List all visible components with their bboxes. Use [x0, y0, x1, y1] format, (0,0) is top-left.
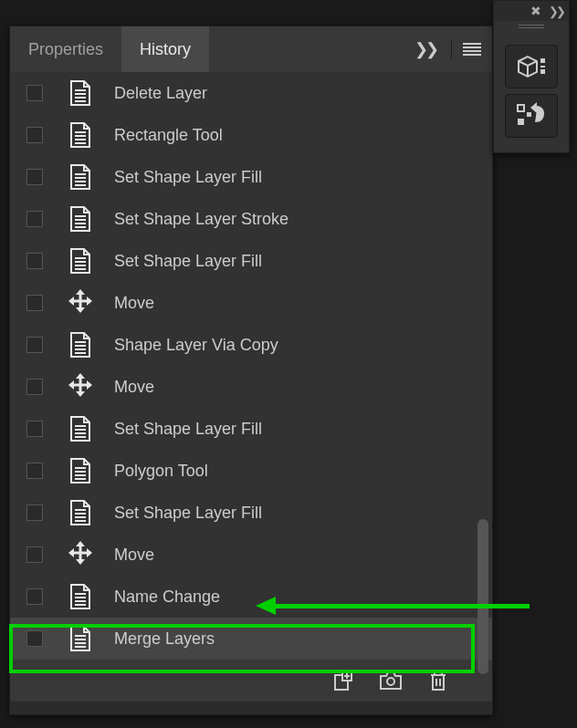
history-state-row[interactable]: Merge Layers	[10, 618, 492, 660]
history-state-label: Set Shape Layer Fill	[114, 252, 262, 271]
document-icon	[68, 583, 92, 610]
document-icon	[68, 247, 92, 275]
document-icon	[68, 121, 92, 149]
history-list: Delete LayerRectangle ToolSet Shape Laye…	[10, 72, 492, 660]
history-state-label: Set Shape Layer Stroke	[114, 210, 288, 229]
document-icon	[68, 499, 92, 526]
panel-menu-icon[interactable]	[463, 43, 481, 56]
history-state-checkbox[interactable]	[26, 421, 43, 437]
document-icon	[68, 457, 92, 484]
history-state-row[interactable]: Shape Layer Via Copy	[10, 324, 492, 366]
tab-history[interactable]: History	[121, 26, 209, 72]
move-icon	[68, 541, 92, 568]
history-state-label: Rectangle Tool	[114, 126, 223, 145]
move-icon	[68, 373, 92, 400]
history-undo-icon[interactable]	[505, 94, 558, 138]
panel-footer	[10, 660, 492, 702]
history-state-label: Merge Layers	[114, 629, 215, 649]
document-icon	[68, 205, 92, 233]
history-state-checkbox[interactable]	[26, 379, 43, 395]
svg-rect-10	[518, 105, 524, 111]
side-panel-grip[interactable]	[494, 21, 569, 34]
history-state-row[interactable]: Set Shape Layer Fill	[10, 240, 492, 282]
history-state-row[interactable]: Set Shape Layer Stroke	[10, 198, 492, 240]
history-state-checkbox[interactable]	[26, 463, 43, 479]
move-icon	[68, 289, 92, 317]
history-state-row[interactable]: Set Shape Layer Fill	[10, 156, 492, 198]
document-icon	[68, 79, 92, 107]
history-state-row[interactable]: Delete Layer	[10, 72, 492, 114]
history-state-checkbox[interactable]	[26, 85, 43, 101]
svg-rect-11	[518, 119, 524, 125]
history-state-row[interactable]: Rectangle Tool	[10, 114, 492, 156]
side-panel-header: ✖ ❯❯	[494, 1, 569, 21]
expand-panel-icon[interactable]: ❯❯	[549, 5, 563, 18]
tab-properties[interactable]: Properties	[10, 26, 121, 72]
history-panel: Properties History ❯❯ Delete LayerRectan…	[9, 26, 493, 715]
history-state-label: Name Change	[114, 588, 220, 607]
history-state-label: Set Shape Layer Fill	[114, 168, 262, 187]
document-icon	[68, 415, 92, 442]
history-state-checkbox[interactable]	[26, 337, 43, 353]
document-icon	[68, 331, 92, 359]
history-state-checkbox[interactable]	[26, 630, 43, 647]
svg-rect-7	[540, 58, 545, 63]
history-state-checkbox[interactable]	[26, 504, 43, 521]
svg-rect-12	[527, 112, 531, 117]
side-panel: ✖ ❯❯	[493, 0, 570, 153]
document-icon	[68, 625, 92, 652]
history-state-label: Set Shape Layer Fill	[114, 504, 262, 523]
history-state-label: Delete Layer	[114, 84, 207, 103]
3d-panel-icon[interactable]	[505, 45, 558, 88]
history-state-row[interactable]: Move	[10, 282, 492, 324]
svg-point-4	[387, 678, 394, 685]
history-state-label: Polygon Tool	[114, 462, 208, 481]
history-state-row[interactable]: Set Shape Layer Fill	[10, 492, 492, 534]
divider	[451, 39, 452, 59]
history-state-row[interactable]: Set Shape Layer Fill	[10, 408, 492, 450]
history-state-label: Move	[114, 546, 154, 565]
panel-resize-edge[interactable]	[10, 702, 492, 714]
history-state-label: Move	[114, 294, 154, 313]
collapse-panel-icon[interactable]: ❯❯	[411, 36, 440, 63]
close-panel-icon[interactable]: ✖	[530, 4, 541, 18]
history-state-row[interactable]: Move	[10, 534, 492, 576]
history-state-checkbox[interactable]	[26, 127, 43, 143]
document-icon	[68, 163, 92, 191]
history-state-checkbox[interactable]	[26, 295, 43, 311]
history-state-label: Set Shape Layer Fill	[114, 420, 262, 439]
history-state-row[interactable]: Move	[10, 366, 492, 408]
history-state-label: Move	[114, 378, 154, 397]
history-state-row[interactable]: Polygon Tool	[10, 450, 492, 492]
history-state-label: Shape Layer Via Copy	[114, 336, 278, 355]
tab-bar: Properties History ❯❯	[10, 26, 492, 72]
snapshot-icon[interactable]	[379, 671, 403, 691]
history-state-checkbox[interactable]	[26, 169, 43, 185]
new-document-from-state-icon[interactable]	[331, 670, 353, 692]
history-state-checkbox[interactable]	[26, 588, 43, 605]
svg-rect-8	[540, 69, 545, 74]
history-state-checkbox[interactable]	[26, 253, 43, 269]
scrollbar-thumb[interactable]	[477, 519, 488, 674]
delete-state-icon[interactable]	[428, 670, 448, 692]
history-state-row[interactable]: Name Change	[10, 576, 492, 618]
history-state-checkbox[interactable]	[26, 546, 43, 563]
history-state-checkbox[interactable]	[26, 211, 43, 227]
